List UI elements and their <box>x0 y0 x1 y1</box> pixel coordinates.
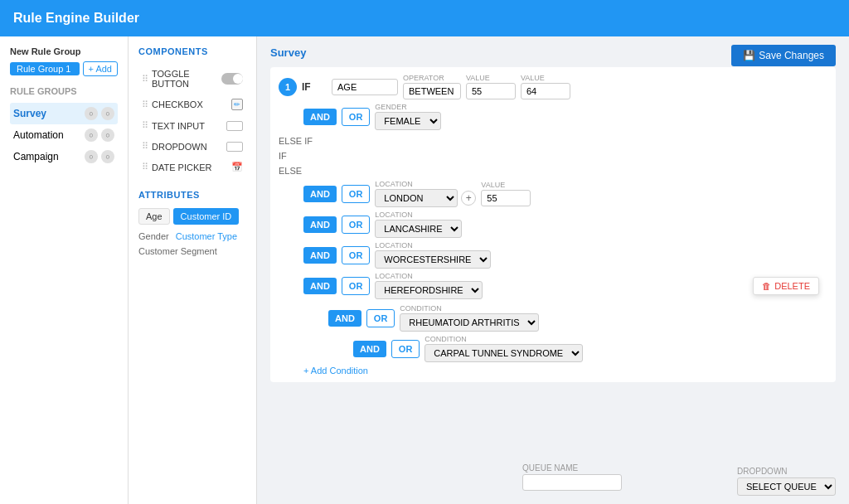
location-field-london: LOCATION LONDON + <box>375 180 476 207</box>
value1-input[interactable] <box>466 83 516 99</box>
attr-tag-customerid[interactable]: Customer ID <box>173 208 240 225</box>
operator-field: OPERATOR BETWEEN <box>403 74 461 99</box>
condition-select-1[interactable]: RHEUMATOID ARTHRITIS <box>400 313 539 332</box>
sidebar-item-campaign[interactable]: Campaign ○ ○ <box>10 146 118 167</box>
value2-input[interactable] <box>521 83 570 99</box>
rule-group-badge: Rule Group 1 <box>10 62 80 75</box>
or-btn-cond1[interactable]: OR <box>366 309 395 327</box>
rule-groups-title: Rule Groups <box>10 86 118 96</box>
else-if-section: ELSE IF <box>279 135 827 147</box>
rule-number: 1 <box>279 78 297 96</box>
attr-tags-row3: Customer Segment <box>138 246 246 256</box>
or-btn-worcs[interactable]: OR <box>342 246 371 264</box>
campaign-icon1: ○ <box>85 150 98 163</box>
attr-tag-gender[interactable]: Gender <box>138 231 169 241</box>
component-datepicker[interactable]: ⠿ DATE PICKER 📅 <box>138 158 246 177</box>
app-header: Rule Engine Builder <box>0 0 849 36</box>
sidebar: New Rule Group Rule Group 1 + Add Rule G… <box>0 36 129 504</box>
component-text-input[interactable]: ⠿ TEXT INPUT <box>138 116 246 135</box>
condition-select-2[interactable]: CARPAL TUNNEL SYNDROME <box>424 344 583 362</box>
location-add-button[interactable]: + <box>461 191 476 206</box>
sidebar-item-survey-label: Survey <box>13 108 46 119</box>
drag-handle: ⠿ <box>142 162 148 172</box>
components-panel: COMPONENTS ⠿ TOGGLE BUTTON ⠿ CHECKBOX ✏ … <box>129 36 257 504</box>
or-button-2[interactable]: OR <box>342 185 371 203</box>
location-value-input[interactable] <box>481 190 531 206</box>
dropdown-icon <box>226 142 243 152</box>
attr-tag-age[interactable]: Age <box>138 208 170 225</box>
or-btn-lancashire[interactable]: OR <box>342 216 371 234</box>
attr-tag-customertype[interactable]: Customer Type <box>176 231 237 241</box>
save-label: Save Changes <box>759 50 824 61</box>
lancashire-field: LOCATION LANCASHIRE <box>375 211 462 238</box>
datepicker-icon: 📅 <box>231 162 243 172</box>
survey-icon2: ○ <box>101 107 114 120</box>
sidebar-item-campaign-label: Campaign <box>13 151 59 162</box>
component-dropdown[interactable]: ⠿ DROPDOWN <box>138 137 246 156</box>
condition-label-2: CONDITION <box>424 335 583 343</box>
component-textinput-label: TEXT INPUT <box>152 121 205 131</box>
lancashire-row: AND OR LOCATION LANCASHIRE <box>303 211 827 238</box>
or-button-1[interactable]: OR <box>342 108 371 126</box>
else-row: ELSE <box>279 165 827 177</box>
add-button[interactable]: + Add <box>83 61 118 76</box>
attr-tags-row1: Age Customer ID <box>138 208 246 225</box>
if-label2: IF <box>279 151 287 161</box>
attr-tags-row2: Gender Customer Type <box>138 231 246 241</box>
value2-field: VALUE <box>521 74 570 99</box>
rule-group-row: Rule Group 1 + Add <box>10 61 118 76</box>
gender-select[interactable]: FEMALE <box>375 112 441 130</box>
herefordshire-select[interactable]: HEREFORDSHIRE <box>375 281 483 299</box>
select-queue-dropdown[interactable]: SELECT QUEUE <box>737 477 836 496</box>
component-checkbox[interactable]: ⠿ CHECKBOX ✏ <box>138 94 246 114</box>
component-checkbox-label: CHECKBOX <box>152 99 203 109</box>
and-btn-heref[interactable]: AND <box>303 278 337 294</box>
location-value-field: VALUE <box>481 181 531 206</box>
sidebar-item-automation[interactable]: Automation ○ ○ <box>10 124 118 146</box>
worcestershire-row: AND OR LOCATION WORCESTERSHIRE <box>303 241 827 269</box>
main-canvas: Survey 💾 Save Changes 1 IF AGE OPERATOR <box>257 36 849 504</box>
sidebar-item-survey[interactable]: Survey ○ ○ <box>10 103 118 124</box>
dropdown-section: DROPDOWN SELECT QUEUE <box>737 467 836 496</box>
location-value-label: VALUE <box>481 181 531 189</box>
gender-field: GENDER FEMALE <box>375 103 441 130</box>
and-button-2[interactable]: AND <box>303 186 337 202</box>
or-btn-cond2[interactable]: OR <box>391 340 420 358</box>
operator-select[interactable]: BETWEEN <box>403 83 461 99</box>
attributes-section: AtTRibuteS Age Customer ID Gender Custom… <box>138 190 246 256</box>
location-select-london[interactable]: LONDON <box>375 189 458 207</box>
attributes-title: AtTRibuteS <box>138 190 246 200</box>
component-toggle-button[interactable]: ⠿ TOGGLE BUTTON <box>138 65 246 93</box>
component-dropdown-label: DROPDOWN <box>152 142 207 152</box>
and-btn-cond2[interactable]: AND <box>353 341 386 357</box>
dropdown-bottom-label: DROPDOWN <box>737 467 836 476</box>
delete-popup[interactable]: 🗑 DELETE <box>753 277 819 295</box>
queue-input[interactable] <box>522 474 622 491</box>
age-select[interactable]: AGE <box>332 79 398 95</box>
nested-location-rows: AND OR LOCATION LANCASHIRE AND OR <box>303 211 827 299</box>
and-btn-lancashire[interactable]: AND <box>303 216 337 233</box>
components-title: COMPONENTS <box>138 46 246 56</box>
save-button[interactable]: 💾 Save Changes <box>731 45 836 66</box>
herefordshire-field: LOCATION HEREFORDSHIRE <box>375 272 483 299</box>
attr-tag-customersegment[interactable]: Customer Segment <box>138 246 217 256</box>
or-btn-heref[interactable]: OR <box>342 277 371 295</box>
lancashire-select[interactable]: LANCASHIRE <box>375 220 462 238</box>
value1-field: VALUE <box>466 74 516 99</box>
if-label: IF <box>302 81 327 93</box>
condition-row-1: AND OR CONDITION RHEUMATOID ARTHRITIS <box>328 304 827 332</box>
delete-label: DELETE <box>774 281 810 291</box>
lancashire-label: LOCATION <box>375 211 462 219</box>
value1-label: VALUE <box>466 74 516 82</box>
checkbox-icon: ✏ <box>231 99 243 110</box>
add-condition-link[interactable]: + Add Condition <box>303 366 827 376</box>
worcestershire-select[interactable]: WORCESTERSHIRE <box>375 250 491 269</box>
queue-label: QUEUE NAME <box>522 463 622 472</box>
delete-icon: 🗑 <box>762 281 771 291</box>
and-btn-cond1[interactable]: AND <box>328 310 361 327</box>
location-label-london: LOCATION <box>375 180 476 188</box>
and-btn-worcs[interactable]: AND <box>303 247 337 264</box>
and-button-1[interactable]: AND <box>303 109 337 125</box>
operator-label: OPERATOR <box>403 74 461 82</box>
location-rule-row: AND OR LOCATION LONDON + VALUE <box>303 180 827 207</box>
